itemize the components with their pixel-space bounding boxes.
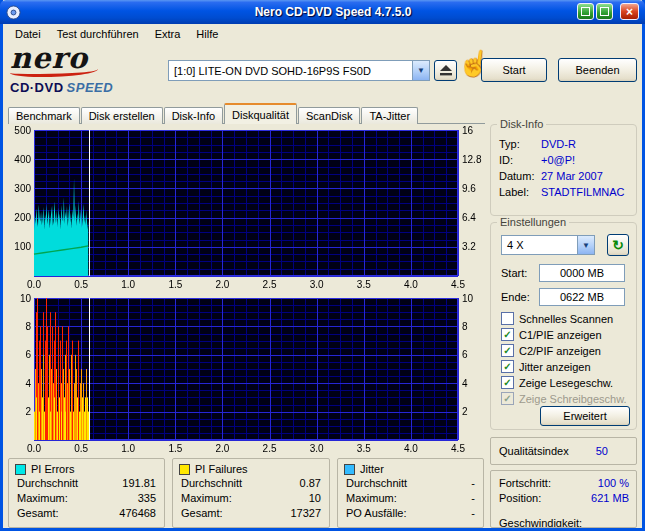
pi-errors-stats: PI ErrorsDurchschnitt191.81Maximum:335Ge… <box>8 458 165 528</box>
progress-value: 100 % <box>598 477 629 489</box>
checkbox-c1-pie-anzeigen[interactable]: ✓ <box>501 328 514 341</box>
stat-row: Durchschnitt191.81 <box>17 477 156 489</box>
checkbox-row-c1-pie-anzeigen: ✓C1/PIE anzeigen <box>501 327 632 342</box>
jitter-stats: JitterDurchschnitt-Maximum:-PO Ausfälle:… <box>337 458 484 528</box>
stat-row-label: Durchschnitt <box>17 477 78 489</box>
pi-failures-stats: PI FailuresDurchschnitt0.87Maximum:10Ges… <box>172 458 330 528</box>
stat-box-label: PI Failures <box>195 463 248 475</box>
checkbox-zeige-schreibgeschw: ✓ <box>501 392 514 405</box>
stat-row-value: - <box>471 507 475 519</box>
eject-icon <box>440 65 452 76</box>
checkbox-zeige-lesegeschw[interactable]: ✓ <box>501 376 514 389</box>
disk-info-title: Disk-Info <box>497 118 546 130</box>
start-button[interactable]: Start <box>481 58 547 82</box>
titlebar-green-icon-2[interactable] <box>596 3 613 20</box>
tab-ta-jitter[interactable]: TA-Jitter <box>361 107 418 124</box>
menu-item-datei[interactable]: Datei <box>7 26 49 42</box>
disk-info-label: ID: <box>499 154 541 166</box>
speed-select[interactable]: 4 X ▼ <box>501 235 595 255</box>
stat-row-label: Durchschnitt <box>346 477 407 489</box>
progress-row: Fortschritt:100 % <box>499 477 629 489</box>
stat-row: Gesamt:476468 <box>17 507 156 519</box>
stat-row-value: 191.81 <box>122 477 156 489</box>
tab-disk-info[interactable]: Disk-Info <box>164 107 223 124</box>
start-field-label: Start: <box>501 267 527 279</box>
checkbox-label: Zeige Schreibgeschw. <box>519 393 627 405</box>
refresh-icon: ↻ <box>612 237 624 253</box>
advanced-button[interactable]: Erweitert <box>540 406 630 426</box>
settings-title: Einstellungen <box>497 216 569 228</box>
legend-swatch <box>344 464 355 475</box>
checkbox-row-c2-pif-anzeigen: ✓C2/PIF anzeigen <box>501 343 632 358</box>
disk-info-group: Disk-Info Typ:DVD-RID:+0@P!Datum:27 Mar … <box>490 124 637 216</box>
tab-strip: BenchmarkDisk erstellenDisk-InfoDiskqual… <box>8 103 419 124</box>
end-field-label: Ende: <box>501 291 530 303</box>
chevron-down-icon[interactable]: ▼ <box>412 61 429 80</box>
checkbox-label: C1/PIE anzeigen <box>519 329 602 341</box>
checkbox-row-jitter-anzeigen: ✓Jitter anzeigen <box>501 359 632 374</box>
stat-box-title: Jitter <box>344 463 384 475</box>
stat-row: Maximum:335 <box>17 492 156 504</box>
menu-item-hilfe[interactable]: Hilfe <box>188 26 226 42</box>
app-icon <box>5 4 21 20</box>
disk-info-label: Typ: <box>499 138 541 150</box>
checkbox-label: C2/PIF anzeigen <box>519 345 601 357</box>
quit-button[interactable]: Beenden <box>558 58 637 82</box>
legend-swatch <box>15 464 26 475</box>
checkbox-c2-pif-anzeigen[interactable]: ✓ <box>501 344 514 357</box>
logo-cddvd: CD·DVD <box>10 80 64 95</box>
stat-row-label: PO Ausfälle: <box>346 507 407 519</box>
disk-info-label: Label: <box>499 186 541 198</box>
legend-swatch <box>179 464 190 475</box>
close-icon[interactable]: × <box>620 3 639 20</box>
pi-failures-chart <box>8 292 485 456</box>
stat-row-label: Gesamt: <box>181 507 223 519</box>
disk-info-value: 27 Mar 2007 <box>541 170 603 182</box>
progress-value: 621 MB <box>591 492 629 504</box>
chevron-down-icon[interactable]: ▼ <box>577 236 594 254</box>
checkbox-label: Schnelles Scannen <box>519 313 613 325</box>
menu-item-test-durchf-hren[interactable]: Test durchführen <box>49 26 147 42</box>
checkbox-row-zeige-lesegeschw: ✓Zeige Lesegeschw. <box>501 375 632 390</box>
stat-row: PO Ausfälle:- <box>346 507 475 519</box>
tab-disk-erstellen[interactable]: Disk erstellen <box>81 107 163 124</box>
checkbox-schnelles-scannen[interactable] <box>501 312 514 325</box>
eject-button[interactable] <box>434 60 457 81</box>
stat-row-value: 17327 <box>290 507 321 519</box>
logo-speed: SPEED <box>67 80 114 95</box>
stat-row: Durchschnitt- <box>346 477 475 489</box>
drive-select[interactable]: [1:0] LITE-ON DVD SOHD-16P9S FS0D ▼ <box>168 60 430 81</box>
tab-diskqualit-t[interactable]: Diskqualität <box>224 103 297 124</box>
checkbox-label: Jitter anzeigen <box>519 361 591 373</box>
stat-row-value: 476468 <box>119 507 156 519</box>
titlebar-green-icon-1[interactable] <box>577 3 594 20</box>
menu-item-extra[interactable]: Extra <box>147 26 189 42</box>
stat-row-label: Maximum: <box>346 492 397 504</box>
tab-scandisk[interactable]: ScanDisk <box>298 107 360 124</box>
disk-info-row: Label:STADTFILMNAC <box>491 184 636 200</box>
stat-row: Maximum:10 <box>181 492 321 504</box>
titlebar[interactable]: Nero CD-DVD Speed 4.7.5.0 × <box>0 0 645 24</box>
stat-row-value: - <box>471 492 475 504</box>
nero-logo: nero CD·DVDSPEED <box>10 44 162 100</box>
speed-select-value: 4 X <box>502 236 577 254</box>
window-title: Nero CD-DVD Speed 4.7.5.0 <box>21 5 645 19</box>
tab-benchmark[interactable]: Benchmark <box>8 107 80 124</box>
checkbox-jitter-anzeigen[interactable]: ✓ <box>501 360 514 373</box>
progress-label: Position: <box>499 492 541 504</box>
stat-row-label: Maximum: <box>181 492 232 504</box>
disk-info-value: +0@P! <box>541 154 575 166</box>
stat-row-value: - <box>471 477 475 489</box>
progress-row: Position:621 MB <box>499 492 629 504</box>
settings-group: Einstellungen 4 X ▼ ↻ Start: 0000 MB End… <box>490 222 637 430</box>
stat-row-label: Gesamt: <box>17 507 59 519</box>
disk-info-value: STADTFILMNAC <box>541 186 625 198</box>
titlebar-buttons: × <box>575 3 639 20</box>
start-field[interactable]: 0000 MB <box>539 264 625 282</box>
end-field[interactable]: 0622 MB <box>539 288 625 306</box>
quality-index-box: Qualitätsindex 50 <box>490 437 637 465</box>
pi-errors-chart <box>8 124 485 292</box>
checkbox-list: Schnelles Scannen✓C1/PIE anzeigen✓C2/PIF… <box>501 311 632 407</box>
refresh-button[interactable]: ↻ <box>607 234 629 256</box>
disk-info-row: Typ:DVD-R <box>491 136 636 152</box>
